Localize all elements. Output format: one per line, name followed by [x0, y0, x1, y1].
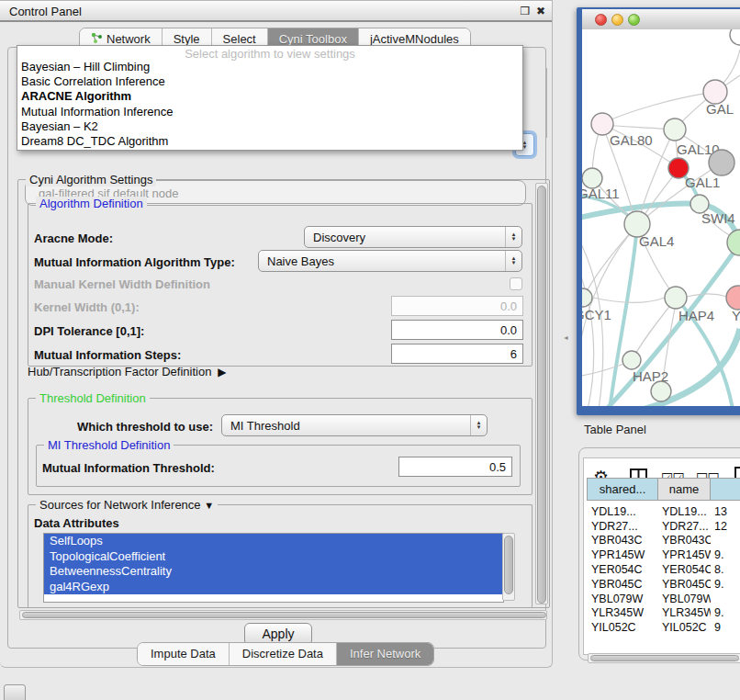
dpi-tolerance-field[interactable]: 0.0	[391, 320, 523, 340]
scrollbar-thumb[interactable]	[537, 186, 546, 604]
attribute-item-betweennesscentrality[interactable]: BetweennessCentrality	[44, 564, 503, 580]
node-label-swi4: SWI4	[701, 210, 735, 226]
float-window-icon[interactable]	[519, 5, 532, 17]
network-node[interactable]	[709, 150, 734, 175]
network-edge	[687, 294, 727, 297]
disclosure-down-icon: ▼	[204, 500, 214, 511]
algorithm-option-mutual-information-inference[interactable]: Mutual Information Inference	[17, 105, 522, 119]
manual-kernel-label: Manual Kernel Width Definition	[34, 277, 210, 291]
tab-impute-data[interactable]: Impute Data	[138, 643, 230, 665]
table-row[interactable]: YBR043CYBR043C	[588, 534, 740, 548]
mi-threshold-definition-title: MI Threshold Definition	[44, 438, 174, 452]
network-view-window: GALGAL80GAL10GAL1GAL11SWI4GAL4GCY1HAP4YH…	[577, 7, 740, 415]
scrollbar-thumb[interactable]	[22, 612, 546, 618]
mi-steps-field[interactable]: 6	[391, 344, 523, 364]
table-row[interactable]: YER054CYER054C8.	[588, 562, 740, 577]
stepper-arrows-icon: ▲▼	[505, 227, 521, 247]
tab-discretize-data[interactable]: Discretize Data	[230, 643, 337, 665]
attribute-item-gal4rgexp[interactable]: gal4RGexp	[44, 580, 503, 595]
settings-group-title: Cyni Algorithm Settings	[26, 173, 156, 186]
network-node-gal10[interactable]	[664, 119, 686, 141]
table-scroll-area[interactable]: YDL19...YDL19...13YDR27...YDR27...12YBR0…	[588, 504, 740, 652]
table-cell: YBR045C	[588, 577, 658, 592]
algorithm-option-dream8-dc-tdc-algorithm[interactable]: Dream8 DC_TDC Algorithm	[17, 134, 522, 149]
hub-tf-label: Hub/Transcription Factor Definition	[28, 365, 211, 378]
network-window-titlebar	[582, 9, 740, 30]
close-icon[interactable]	[534, 5, 547, 17]
attributes-list-scrollbar[interactable]	[502, 533, 515, 601]
node-label-gal: GAL	[706, 101, 734, 117]
table-cell: YER054C	[588, 562, 658, 577]
minimized-panel-icon[interactable]	[4, 684, 26, 700]
mac-zoom-icon[interactable]	[628, 14, 640, 26]
table-row[interactable]: YIL052CYIL052C9	[588, 620, 740, 635]
node-label-gal1: GAL1	[685, 175, 720, 190]
table-panel: ⚙ ☑☑ ☐☐ YDL19...YDL19...13YDR27...YDR27.…	[578, 447, 740, 660]
network-node[interactable]	[651, 381, 671, 401]
column-header-shared[interactable]: shared...	[588, 479, 658, 501]
scrollbar-thumb[interactable]	[590, 655, 739, 661]
table-cell: YBR045C	[658, 577, 711, 592]
table-hscrollbar[interactable]	[588, 653, 740, 663]
dpi-tolerance-label: DPI Tolerance [0,1]:	[34, 324, 144, 338]
mi-type-combo[interactable]: Naive Bayes ▲▼	[258, 250, 522, 272]
table-cell: YDR27...	[658, 519, 711, 534]
stepper-arrows-icon: ▲▼	[505, 251, 521, 271]
control-panel-titlebar: Control Panel	[0, 1, 552, 22]
panel-divider-handle[interactable]: ◄	[563, 334, 569, 341]
network-node-hap4[interactable]	[665, 287, 687, 309]
attribute-item-topologicalcoefficient[interactable]: TopologicalCoefficient	[44, 549, 503, 565]
network-node[interactable]	[730, 29, 740, 45]
kernel-width-field[interactable]: 0.0	[391, 296, 523, 316]
table-cell: YDL19...	[658, 504, 711, 519]
which-threshold-combo[interactable]: MI Threshold ▲▼	[221, 414, 488, 436]
tab-label: Style	[174, 32, 200, 46]
network-canvas-svg: GALGAL80GAL10GAL1GAL11SWI4GAL4GCY1HAP4YH…	[582, 29, 740, 406]
settings-hscrollbar[interactable]	[19, 610, 547, 620]
sources-title: Sources for Network Inference	[39, 498, 201, 512]
column-header-clipped[interactable]	[711, 479, 740, 501]
table-cell: YBL079W	[588, 592, 658, 606]
table-row[interactable]: YBL079WYBL079W	[588, 592, 740, 606]
table-row[interactable]: YBR045CYBR045C9.	[588, 577, 740, 592]
scrollbar-thumb[interactable]	[504, 536, 513, 594]
stepper-arrows-icon: ▲▼	[470, 415, 487, 435]
aracne-mode-combo[interactable]: Discovery ▲▼	[304, 226, 522, 248]
table-header-row: shared...name	[588, 479, 740, 501]
algorithm-dropdown: Select algorithm to view settings Bayesi…	[17, 45, 523, 151]
network-canvas[interactable]: GALGAL80GAL10GAL1GAL11SWI4GAL4GCY1HAP4YH…	[582, 29, 740, 406]
algorithm-option-bayesian-k2[interactable]: Bayesian – K2	[17, 119, 522, 134]
network-node[interactable]	[727, 230, 740, 255]
data-attributes-list: SelfLoopsTopologicalCoefficientBetweenne…	[43, 533, 504, 603]
mi-type-label: Mutual Information Algorithm Type:	[34, 255, 235, 269]
tab-infer-network[interactable]: Infer Network	[337, 643, 433, 665]
mac-close-icon[interactable]	[595, 14, 607, 26]
settings-scrollbar[interactable]	[535, 183, 548, 604]
table-cell: YBR043C	[588, 534, 658, 548]
hub-tf-disclosure[interactable]: Hub/Transcription Factor Definition ▶	[28, 365, 227, 383]
manual-kernel-checkbox[interactable]	[510, 277, 522, 290]
control-panel-title: Control Panel	[9, 5, 82, 18]
algorithm-option-bayesian-hill-climbing[interactable]: Bayesian – Hill Climbing	[17, 60, 522, 74]
mi-type-value: Naive Bayes	[259, 254, 505, 268]
table-row[interactable]: YDL19...YDL19...13	[588, 504, 740, 519]
threshold-definition-title: Threshold Definition	[36, 391, 150, 405]
algorithm-option-aracne-algorithm[interactable]: ARACNE Algorithm	[17, 89, 522, 104]
attribute-item-selfloops[interactable]: SelfLoops	[44, 534, 503, 549]
mac-minimize-icon[interactable]	[611, 14, 623, 26]
algorithm-option-basic-correlation-inference[interactable]: Basic Correlation Inference	[17, 74, 522, 89]
table-cell: YER054C	[658, 562, 711, 577]
table-cell: YPR145W	[588, 548, 658, 562]
network-node-y[interactable]	[726, 286, 740, 310]
column-header-name[interactable]: name	[658, 479, 711, 501]
table-cell	[711, 592, 740, 606]
table-row[interactable]: YDR27...YDR27...12	[588, 519, 740, 534]
mi-threshold-field[interactable]: 0.5	[398, 457, 512, 477]
tab-label: Select	[223, 32, 256, 46]
table-cell: YLR345W	[658, 606, 711, 621]
table-row[interactable]: YLR345WYLR345W9.	[588, 606, 740, 621]
sources-disclosure[interactable]: Sources for Network Inference ▼	[36, 498, 218, 512]
network-node-hap2[interactable]	[622, 351, 641, 369]
tab-label: Cyni Toolbox	[279, 32, 347, 46]
table-row[interactable]: YPR145WYPR145W9.	[588, 548, 740, 562]
